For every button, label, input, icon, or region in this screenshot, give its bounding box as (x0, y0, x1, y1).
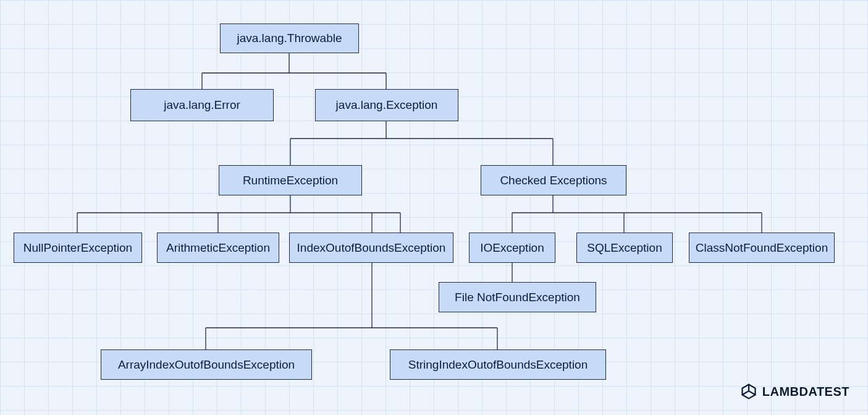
node-io-exception: IOException (469, 233, 555, 263)
node-throwable: java.lang.Throwable (220, 24, 359, 53)
lambdatest-icon (740, 383, 757, 400)
node-arithmetic-exception: ArithmeticException (157, 233, 279, 263)
brand-text: LAMBDATEST (762, 385, 849, 399)
node-runtime-exception: RuntimeException (219, 165, 362, 195)
node-filenotfound-exception: File NotFoundException (439, 282, 596, 312)
node-classnotfound-exception: ClassNotFoundException (689, 233, 835, 263)
node-stringindexoutofbounds-exception: StringIndexOutofBoundsException (390, 349, 606, 380)
brand-logo: LAMBDATEST (740, 383, 849, 400)
node-nullpointer-exception: NullPointerException (14, 233, 142, 263)
node-exception: java.lang.Exception (315, 89, 458, 121)
node-arrayindexoutofbounds-exception: ArrayIndexOutofBoundsException (101, 349, 312, 380)
node-checked-exceptions: Checked Exceptions (481, 165, 626, 195)
node-sql-exception: SQLException (576, 233, 673, 263)
node-indexoutofbounds-exception: IndexOutofBoundsException (289, 233, 453, 263)
node-error: java.lang.Error (130, 89, 274, 121)
